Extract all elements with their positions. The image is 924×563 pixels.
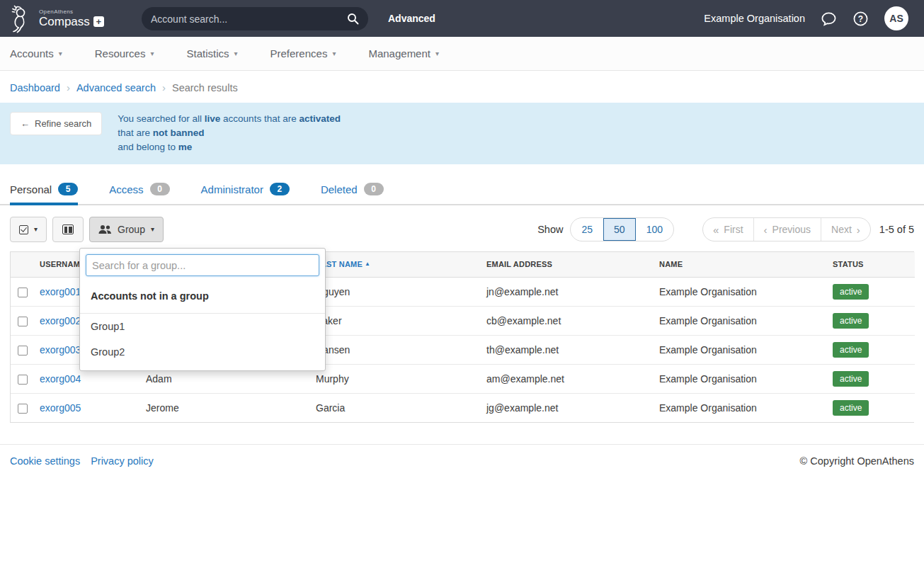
columns-button[interactable]: [52, 217, 84, 242]
brand-logo[interactable]: OpenAthens Compass +: [10, 4, 104, 33]
email-cell: cb@example.net: [481, 306, 654, 335]
username-link[interactable]: exorg004: [40, 373, 81, 385]
search-summary-alert: ← Refine search You searched for all liv…: [0, 103, 924, 164]
username-link[interactable]: exorg001: [40, 286, 81, 297]
row-checkbox[interactable]: [18, 317, 28, 326]
breadcrumb-dashboard[interactable]: Dashboard: [10, 82, 60, 93]
status-badge: active: [833, 313, 869, 329]
org-name-cell: Example Organisation: [654, 335, 827, 364]
pagination-first[interactable]: « First: [703, 218, 753, 241]
username-link[interactable]: exorg002: [40, 315, 81, 326]
tab-administrator-count-badge: 2: [270, 183, 290, 195]
help-icon[interactable]: ?: [852, 11, 869, 27]
double-chevron-left-icon: «: [713, 224, 719, 235]
result-range-label: 1-5 of 5: [879, 224, 914, 235]
chevron-left-icon: ‹: [764, 224, 768, 235]
breadcrumb-separator-icon: ›: [162, 81, 166, 93]
breadcrumb-current: Search results: [172, 82, 238, 93]
row-checkbox[interactable]: [18, 375, 28, 385]
group-option[interactable]: Group1: [80, 314, 325, 339]
group-search-input[interactable]: [86, 254, 319, 276]
tab-deleted-count-badge: 0: [364, 183, 384, 195]
chevron-down-icon: ▾: [150, 50, 154, 57]
header-checkbox-cell: [11, 252, 34, 277]
tab-administrator[interactable]: Administrator 2: [201, 183, 290, 204]
page-size-100[interactable]: 100: [636, 218, 673, 241]
group-option-no-group[interactable]: Accounts not in a group: [80, 282, 325, 313]
chevron-down-icon: ▾: [435, 50, 439, 57]
group-dropdown-menu: Accounts not in a group Group1 Group2: [79, 248, 326, 371]
pagination-previous[interactable]: ‹ Previous: [753, 218, 821, 241]
tab-deleted[interactable]: Deleted 0: [321, 183, 384, 204]
nav-item-management[interactable]: Management ▾: [368, 47, 439, 59]
account-type-tabs: Personal 5 Access 0 Administrator 2 Dele…: [0, 183, 924, 205]
checkbox-icon: [19, 225, 28, 234]
group-option[interactable]: Group2: [80, 339, 325, 365]
people-icon: [98, 224, 112, 235]
app-footer: Cookie settings Privacy policy © Copyrig…: [0, 444, 924, 477]
sort-asc-icon: ▲: [365, 261, 370, 267]
column-status[interactable]: STATUS: [827, 252, 915, 277]
search-icon[interactable]: [347, 13, 359, 25]
cookie-settings-link[interactable]: Cookie settings: [10, 455, 80, 467]
select-all-button[interactable]: ▾: [10, 217, 47, 242]
account-search: [142, 7, 368, 30]
email-cell: jg@example.net: [481, 393, 654, 422]
group-button[interactable]: Group ▾: [89, 217, 164, 242]
breadcrumb: Dashboard › Advanced search › Search res…: [0, 71, 924, 103]
owl-logo-icon: [10, 4, 35, 33]
svg-text:?: ?: [858, 13, 863, 23]
user-avatar[interactable]: AS: [884, 6, 908, 30]
app-header: OpenAthens Compass + Advanced Example Or…: [0, 0, 924, 37]
status-badge: active: [833, 400, 869, 416]
column-last-name[interactable]: LAST NAME▲: [310, 252, 481, 277]
last-name-cell: Garcia: [310, 393, 481, 422]
org-name-cell: Example Organisation: [654, 306, 827, 335]
column-name[interactable]: NAME: [654, 252, 827, 277]
main-nav: Accounts ▾ Resources ▾ Statistics ▾ Pref…: [0, 37, 924, 71]
privacy-policy-link[interactable]: Privacy policy: [91, 455, 154, 467]
org-name-cell: Example Organisation: [654, 364, 827, 393]
brand-product-label: Compass: [39, 15, 90, 29]
first-name-cell: Jerome: [140, 393, 310, 422]
email-cell: am@example.net: [481, 364, 654, 393]
nav-item-accounts[interactable]: Accounts ▾: [10, 47, 62, 59]
back-arrow-icon: ←: [21, 118, 30, 129]
tab-personal[interactable]: Personal 5: [10, 183, 78, 204]
page-size-25[interactable]: 25: [571, 218, 603, 241]
columns-icon: [62, 224, 74, 234]
column-email[interactable]: EMAIL ADDRESS: [481, 252, 654, 277]
breadcrumb-advanced-search[interactable]: Advanced search: [76, 82, 156, 93]
copyright-text: © Copyright OpenAthens: [800, 455, 914, 467]
refine-search-button[interactable]: ← Refine search: [10, 112, 102, 135]
advanced-search-link[interactable]: Advanced: [388, 0, 435, 37]
account-search-input[interactable]: [151, 13, 347, 25]
org-name-cell: Example Organisation: [654, 393, 827, 422]
row-checkbox[interactable]: [18, 404, 28, 414]
pagination: « First ‹ Previous Next ›: [702, 217, 871, 241]
nav-item-resources[interactable]: Resources ▾: [95, 47, 154, 59]
chevron-down-icon: ▾: [332, 50, 336, 57]
page-size-50[interactable]: 50: [603, 218, 636, 241]
chevron-down-icon: ▾: [59, 50, 62, 57]
email-cell: th@example.net: [481, 335, 654, 364]
tab-personal-count-badge: 5: [58, 183, 78, 195]
nav-item-preferences[interactable]: Preferences ▾: [270, 47, 336, 59]
status-badge: active: [833, 371, 869, 387]
username-link[interactable]: exorg005: [40, 402, 81, 414]
row-checkbox[interactable]: [18, 288, 28, 297]
search-summary-text: You searched for all live accounts that …: [118, 112, 341, 154]
tab-access[interactable]: Access 0: [109, 183, 169, 204]
plus-badge-icon: +: [93, 16, 104, 27]
username-link[interactable]: exorg003: [40, 344, 81, 356]
pagination-next[interactable]: Next ›: [821, 218, 870, 241]
results-toolbar: ▾ Group ▾ Show 25 50 100 « First ‹: [10, 217, 914, 242]
row-checkbox[interactable]: [18, 346, 28, 356]
chevron-down-icon: ▾: [151, 226, 154, 233]
status-badge: active: [833, 342, 869, 358]
tab-access-count-badge: 0: [150, 183, 170, 195]
chat-icon[interactable]: [821, 11, 837, 27]
show-label: Show: [537, 224, 563, 235]
brand-openathens-label: OpenAthens: [39, 8, 104, 15]
nav-item-statistics[interactable]: Statistics ▾: [186, 47, 237, 59]
